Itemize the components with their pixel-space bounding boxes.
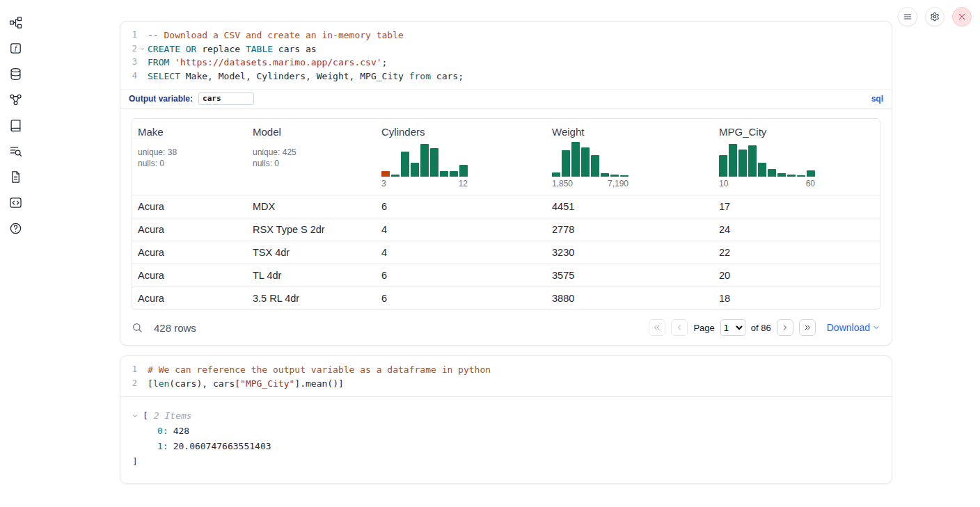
table-cell: 4451 — [546, 195, 713, 218]
close-icon[interactable] — [952, 7, 972, 26]
search-icon[interactable] — [132, 322, 143, 333]
packages-icon[interactable] — [7, 117, 24, 134]
snippets-icon[interactable] — [7, 194, 24, 211]
output-variable-label: Output variable: — [129, 94, 193, 104]
column-stats: unique: 38nulls: 0 — [138, 147, 242, 169]
datasources-icon[interactable] — [7, 65, 24, 82]
output-variable-input[interactable] — [198, 92, 254, 105]
mpg-city-histogram[interactable]: 1060 — [719, 142, 815, 188]
table-cell: Acura — [132, 195, 247, 218]
table-cell: 3575 — [546, 264, 713, 287]
hist-bar — [391, 175, 400, 177]
hist-bar — [430, 148, 438, 177]
help-icon[interactable] — [7, 220, 24, 236]
table-cell: 3.5 RL 4dr — [247, 287, 376, 309]
line-number: 4 — [120, 70, 137, 83]
table-cell: 24 — [713, 218, 880, 241]
column-label: Make — [138, 126, 242, 138]
weight-histogram[interactable]: 1,8507,190 — [552, 142, 629, 188]
code-text: [len(cars), cars["MPG_City"].mean()] — [148, 377, 344, 391]
hist-bar — [787, 175, 796, 177]
chevron-down-icon — [872, 323, 880, 332]
tree-value: 20.060747663551403 — [173, 441, 271, 451]
table-row[interactable]: AcuraTSX 4dr4323022 — [132, 241, 880, 264]
hist-bar — [729, 144, 737, 177]
table-row[interactable]: AcuraTL 4dr6357520 — [132, 264, 880, 287]
code-line[interactable]: 4SELECT Make, Model, Cylinders, Weight, … — [120, 70, 892, 83]
table-cell: 22 — [713, 241, 880, 264]
download-button[interactable]: Download — [827, 322, 880, 333]
next-page-button[interactable] — [777, 319, 793, 336]
dependency-graph-icon[interactable] — [7, 91, 24, 108]
gutter-spacer — [137, 377, 148, 391]
hist-bar — [459, 165, 468, 177]
table-cell: Acura — [132, 241, 247, 264]
tree-value: 428 — [173, 426, 189, 436]
scratchpad-icon[interactable]: f — [7, 40, 24, 56]
settings-icon[interactable] — [925, 7, 945, 26]
table-cell: RSX Type S 2dr — [247, 218, 376, 241]
tree-key: 1: — [157, 441, 168, 451]
hist-bar — [807, 170, 815, 177]
page-select[interactable]: 1 — [720, 319, 745, 336]
column-label: MPG_City — [719, 126, 874, 138]
python-code-editor[interactable]: 1# We can reference the output variable … — [120, 356, 892, 396]
svg-text:f: f — [15, 45, 18, 52]
code-line[interactable]: 2[len(cars), cars["MPG_City"].mean()] — [120, 377, 892, 391]
table-cell: 4 — [376, 241, 546, 264]
sql-code-editor[interactable]: 1-- Download a CSV and create an in-memo… — [120, 22, 892, 89]
column-label: Model — [253, 126, 370, 138]
hist-bar — [552, 172, 560, 177]
table-cell: 6 — [376, 195, 546, 218]
tree-entries: 0:4281:20.060747663551403 — [132, 424, 880, 454]
hist-bar — [620, 175, 629, 177]
code-text: CREATE OR replace TABLE cars as — [148, 42, 317, 56]
table-cell: 6 — [376, 287, 546, 309]
gutter-spacer — [137, 56, 148, 70]
table-row[interactable]: AcuraMDX6445117 — [132, 195, 880, 218]
hist-bar — [581, 147, 590, 177]
table-cell: 3880 — [546, 287, 713, 309]
menu-icon[interactable] — [898, 7, 917, 26]
page-total-label: of 86 — [751, 323, 771, 333]
code-line[interactable]: 3FROM 'https://datasets.marimo.app/cars.… — [120, 56, 892, 70]
prev-page-button[interactable] — [671, 319, 688, 336]
gutter-spacer — [137, 29, 148, 42]
table-cell: Acura — [132, 218, 247, 241]
table-cell: MDX — [247, 195, 376, 218]
column-header-weight[interactable]: Weight1,8507,190 — [546, 119, 713, 195]
tree-entry: 0:428 — [132, 424, 880, 439]
table-header-row: Makeunique: 38nulls: 0Modelunique: 425nu… — [132, 119, 880, 195]
last-page-button[interactable] — [799, 319, 816, 336]
column-header-cylinders[interactable]: Cylinders312 — [376, 119, 546, 195]
row-count: 428 rows — [154, 322, 196, 334]
hist-bar — [601, 173, 609, 177]
table-row[interactable]: Acura3.5 RL 4dr6388018 — [132, 287, 880, 309]
table-row[interactable]: AcuraRSX Type S 2dr4277824 — [132, 218, 880, 241]
code-line[interactable]: 1-- Download a CSV and create an in-memo… — [120, 29, 892, 42]
fold-chevron-icon[interactable] — [137, 42, 148, 56]
file-tree-icon[interactable] — [7, 14, 24, 31]
column-header-model[interactable]: Modelunique: 425nulls: 0 — [247, 119, 376, 195]
hist-bar — [610, 175, 619, 177]
table-cell: 17 — [713, 195, 880, 218]
hist-bar — [719, 155, 727, 177]
code-line[interactable]: 1# We can reference the output variable … — [120, 363, 892, 377]
download-label: Download — [827, 322, 870, 333]
code-line[interactable]: 2CREATE OR replace TABLE cars as — [120, 42, 892, 56]
column-header-make[interactable]: Makeunique: 38nulls: 0 — [132, 119, 247, 195]
documentation-icon[interactable] — [7, 168, 24, 185]
table-cell: 20 — [713, 264, 880, 287]
notebook: 1-- Download a CSV and create an in-memo… — [120, 21, 892, 484]
first-page-button[interactable] — [649, 319, 665, 336]
hist-bar — [797, 175, 805, 177]
hist-bar — [562, 150, 570, 177]
hist-bar — [411, 163, 419, 177]
column-label: Weight — [552, 126, 708, 138]
collapse-chevron-icon[interactable] — [132, 412, 143, 419]
logs-icon[interactable] — [7, 143, 24, 159]
column-header-mpg_city[interactable]: MPG_City1060 — [713, 119, 880, 195]
tree-close-line: ] — [132, 454, 880, 469]
cylinders-histogram[interactable]: 312 — [381, 142, 468, 188]
hist-bar — [777, 173, 786, 177]
